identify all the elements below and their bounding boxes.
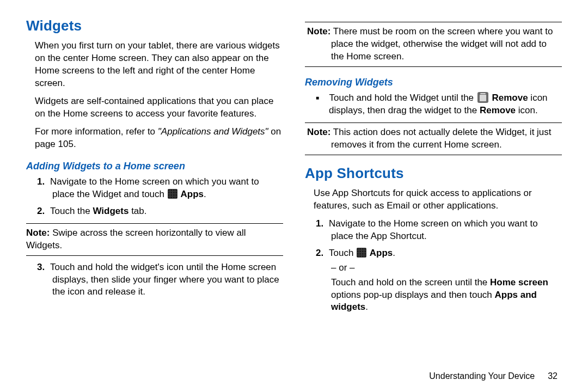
- page-footer: Understanding Your Device32: [429, 371, 558, 381]
- remove-widget-step: Touch and hold the Widget until the Remo…: [329, 92, 562, 117]
- right-column: Note: There must be room on the screen w…: [305, 16, 562, 365]
- remove-trash-icon: [477, 92, 488, 103]
- shortcut-step-1: 1.Navigate to the Home screen on which y…: [331, 218, 562, 243]
- note-remove-only: Note: This action does not actually dele…: [305, 122, 562, 155]
- apps-grid-icon: [168, 189, 177, 199]
- adding-widgets-heading: Adding Widgets to a Home screen: [26, 160, 283, 173]
- shortcut-step-2: 2.Touch Apps. – or – Touch and hold on t…: [331, 247, 562, 314]
- footer-section: Understanding Your Device: [429, 371, 535, 381]
- widgets-intro-2: Widgets are self-contained applications …: [35, 95, 283, 120]
- step-2: 2.Touch the Widgets tab.: [52, 205, 283, 218]
- widgets-reference: For more information, refer to "Applicat…: [35, 126, 283, 151]
- or-separator: – or –: [331, 262, 562, 274]
- page-number: 32: [548, 371, 558, 381]
- widgets-heading: Widgets: [26, 16, 283, 35]
- apps-grid-icon: [357, 248, 366, 258]
- widgets-intro-1: When you first turn on your tablet, ther…: [35, 40, 283, 90]
- removing-widgets-heading: Removing Widgets: [305, 76, 562, 89]
- step-3: 3.Touch and hold the widget's icon until…: [52, 261, 283, 299]
- app-shortcuts-heading: App Shortcuts: [305, 164, 562, 183]
- left-column: Widgets When you first turn on your tabl…: [26, 16, 283, 365]
- app-shortcuts-intro: Use App Shortcuts for quick access to ap…: [314, 187, 562, 212]
- note-room: Note: There must be room on the screen w…: [305, 22, 562, 67]
- note-swipe: Note: Swipe across the screen horizontal…: [26, 223, 283, 256]
- step-1: 1.Navigate to the Home screen on which y…: [52, 176, 283, 201]
